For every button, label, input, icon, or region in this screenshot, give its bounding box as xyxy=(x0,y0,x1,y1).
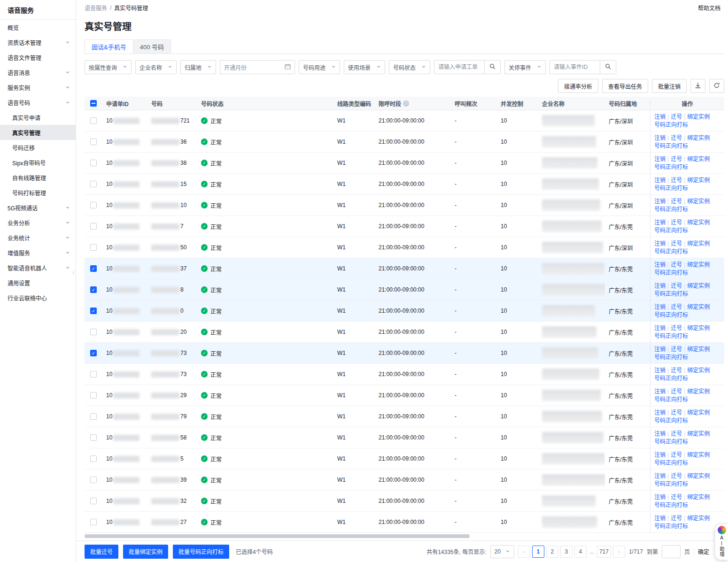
action-migrate-number[interactable]: 迁号 xyxy=(671,452,682,458)
row-checkbox[interactable] xyxy=(90,181,97,187)
action-migrate-number[interactable]: 迁号 xyxy=(671,240,682,247)
action-migrate-number[interactable]: 迁号 xyxy=(671,219,682,226)
row-checkbox[interactable]: ✓ xyxy=(90,350,97,356)
row-checkbox[interactable] xyxy=(90,244,97,251)
sidebar-item-号码打标管理[interactable]: 号码打标管理 xyxy=(0,185,76,200)
action-bind-instance[interactable]: 绑定实例 xyxy=(687,114,710,120)
action-migrate-number[interactable]: 迁号 xyxy=(671,177,682,184)
sidebar-item-号码迁移[interactable]: 号码迁移 xyxy=(0,140,76,155)
action-forward-tag[interactable]: 号码正向打标 xyxy=(654,439,688,445)
action-deregister[interactable]: 注销 xyxy=(654,114,666,120)
sidebar-item-真实号管理[interactable]: 真实号管理 xyxy=(0,125,76,140)
action-deregister[interactable]: 注销 xyxy=(654,240,666,247)
action-migrate-number[interactable]: 迁号 xyxy=(671,325,682,331)
ai-assistant-fab[interactable]: AI助理 xyxy=(715,524,728,560)
action-deregister[interactable]: 注销 xyxy=(654,409,666,416)
action-deregister[interactable]: 注销 xyxy=(654,198,666,205)
sidebar-item-通用设置[interactable]: 通用设置 xyxy=(0,275,76,290)
toolbar-button-查看导出任务[interactable]: 查看导出任务 xyxy=(602,79,648,93)
page-size-select[interactable]: 20 xyxy=(490,545,514,558)
row-checkbox[interactable]: ✓ xyxy=(90,308,97,314)
action-forward-tag[interactable]: 号码正向打标 xyxy=(654,481,688,487)
action-migrate-number[interactable]: 迁号 xyxy=(671,367,682,374)
action-bind-instance[interactable]: 绑定实例 xyxy=(687,473,710,479)
action-forward-tag[interactable]: 号码正向打标 xyxy=(654,269,688,276)
action-bind-instance[interactable]: 绑定实例 xyxy=(687,494,710,500)
action-bind-instance[interactable]: 绑定实例 xyxy=(687,431,710,437)
prev-page-button[interactable]: ‹ xyxy=(518,546,530,558)
action-migrate-number[interactable]: 迁号 xyxy=(671,283,682,289)
filter-select-号码状态[interactable]: 号码状态 xyxy=(389,60,430,74)
row-checkbox[interactable] xyxy=(90,434,97,441)
action-bind-instance[interactable]: 绑定实例 xyxy=(687,198,710,205)
search-button[interactable] xyxy=(600,60,616,74)
sidebar-item-Sipx自带码号[interactable]: Sipx自带码号 xyxy=(0,155,76,170)
action-forward-tag[interactable]: 号码正向打标 xyxy=(654,396,688,403)
action-bind-instance[interactable]: 绑定实例 xyxy=(687,325,710,331)
action-migrate-number[interactable]: 迁号 xyxy=(671,515,682,522)
action-forward-tag[interactable]: 号码正向打标 xyxy=(654,375,688,382)
action-migrate-number[interactable]: 迁号 xyxy=(671,135,682,141)
row-checkbox[interactable] xyxy=(90,519,97,525)
sidebar-item-语音文件管理[interactable]: 语音文件管理 xyxy=(0,50,76,65)
sidebar-item-自有线路管理[interactable]: 自有线路管理 xyxy=(0,170,76,185)
action-forward-tag[interactable]: 号码正向打标 xyxy=(654,122,688,128)
action-bind-instance[interactable]: 绑定实例 xyxy=(687,262,710,268)
action-deregister[interactable]: 注销 xyxy=(654,283,666,289)
action-migrate-number[interactable]: 迁号 xyxy=(671,473,682,479)
action-migrate-number[interactable]: 迁号 xyxy=(671,346,682,353)
page-button-2[interactable]: 2 xyxy=(546,546,558,558)
action-deregister[interactable]: 注销 xyxy=(654,452,666,458)
help-doc-link[interactable]: 帮助文档 xyxy=(698,4,720,12)
action-forward-tag[interactable]: 号码正向打标 xyxy=(654,460,688,466)
row-checkbox[interactable] xyxy=(90,202,97,208)
sidebar-item-业务统计[interactable]: 业务统计 xyxy=(0,230,76,245)
action-deregister[interactable]: 注销 xyxy=(654,515,666,522)
action-deregister[interactable]: 注销 xyxy=(654,367,666,374)
goto-page-input[interactable] xyxy=(662,545,681,558)
bulk-button-批量绑定实例[interactable]: 批量绑定实例 xyxy=(123,545,168,559)
toolbar-button-批量注销[interactable]: 批量注销 xyxy=(652,79,687,93)
action-migrate-number[interactable]: 迁号 xyxy=(671,304,682,310)
sidebar-collapse-icon[interactable]: ‹ xyxy=(72,269,75,276)
search-input[interactable] xyxy=(434,60,485,74)
action-deregister[interactable]: 注销 xyxy=(654,177,666,184)
filter-select-企业名称[interactable]: 企业名称 xyxy=(135,60,177,74)
page-button-717[interactable]: 717 xyxy=(597,546,611,558)
sidebar-item-增值服务[interactable]: 增值服务 xyxy=(0,245,76,260)
sidebar-item-语音消息[interactable]: 语音消息 xyxy=(0,65,76,80)
row-checkbox[interactable] xyxy=(90,117,97,124)
action-migrate-number[interactable]: 迁号 xyxy=(671,494,682,500)
action-deregister[interactable]: 注销 xyxy=(654,325,666,331)
action-migrate-number[interactable]: 迁号 xyxy=(671,409,682,416)
action-migrate-number[interactable]: 迁号 xyxy=(671,431,682,437)
action-forward-tag[interactable]: 号码正向打标 xyxy=(654,354,688,361)
action-forward-tag[interactable]: 号码正向打标 xyxy=(654,164,688,170)
action-migrate-number[interactable]: 迁号 xyxy=(671,262,682,268)
breadcrumb-root[interactable]: 语音服务 xyxy=(85,4,107,12)
horizontal-scrollbar-thumb[interactable] xyxy=(85,534,470,538)
action-forward-tag[interactable]: 号码正向打标 xyxy=(654,185,688,192)
action-bind-instance[interactable]: 绑定实例 xyxy=(687,177,710,184)
row-checkbox[interactable] xyxy=(90,455,97,462)
action-forward-tag[interactable]: 号码正向打标 xyxy=(654,333,688,339)
sidebar-item-智能语音机器人[interactable]: 智能语音机器人 xyxy=(0,260,76,275)
search-input[interactable] xyxy=(550,60,600,74)
action-deregister[interactable]: 注销 xyxy=(654,262,666,268)
action-bind-instance[interactable]: 绑定实例 xyxy=(687,367,710,374)
search-button[interactable] xyxy=(485,60,501,74)
action-bind-instance[interactable]: 绑定实例 xyxy=(687,156,710,162)
action-deregister[interactable]: 注销 xyxy=(654,135,666,141)
refresh-button[interactable] xyxy=(709,79,724,93)
action-bind-instance[interactable]: 绑定实例 xyxy=(687,409,710,416)
row-checkbox[interactable] xyxy=(90,223,97,230)
page-button-3[interactable]: 3 xyxy=(560,546,573,558)
action-deregister[interactable]: 注销 xyxy=(654,473,666,479)
action-migrate-number[interactable]: 迁号 xyxy=(671,156,682,162)
action-forward-tag[interactable]: 号码正向打标 xyxy=(654,502,688,508)
action-forward-tag[interactable]: 号码正向打标 xyxy=(654,227,688,234)
bulk-button-批量迁号[interactable]: 批量迁号 xyxy=(85,545,118,559)
action-forward-tag[interactable]: 号码正向打标 xyxy=(654,248,688,255)
action-migrate-number[interactable]: 迁号 xyxy=(671,388,682,395)
action-forward-tag[interactable]: 号码正向打标 xyxy=(654,417,688,424)
